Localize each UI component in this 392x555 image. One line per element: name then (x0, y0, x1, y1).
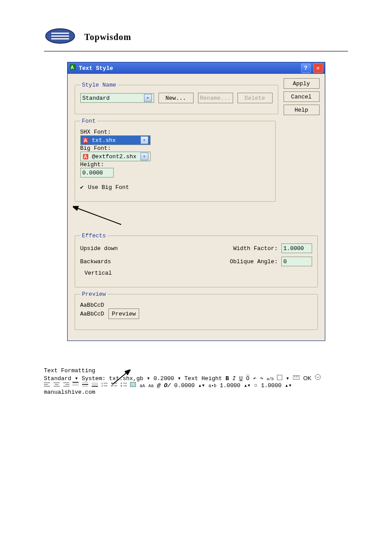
big-font-dropdown[interactable]: 🅰️ @extfont2.shx ▾ (80, 152, 151, 161)
toolbar-font-dropdown[interactable]: System: txt.shx,gb ▾ (82, 375, 154, 382)
big-font-label: Big Font: (80, 145, 111, 152)
vertical-label: Vertical (85, 270, 112, 276)
dialog-app-icon: A (69, 64, 76, 73)
chevron-down-icon: ▾ (147, 375, 150, 382)
italic-icon[interactable]: I (232, 375, 236, 382)
preview-button[interactable]: Preview (108, 308, 139, 319)
ok-button[interactable]: OK (303, 375, 312, 381)
text-formatting-toolbar: Text Formatting Standard ▾ System: txt.s… (44, 367, 348, 389)
width-spinner[interactable]: ▴▾ (285, 382, 292, 389)
toolbar-style-dropdown[interactable]: Standard ▾ (44, 375, 82, 382)
width-factor-label: Width Factor: (233, 245, 277, 252)
chevron-down-icon: ▾ (140, 152, 148, 160)
help-button[interactable]: Help (284, 105, 320, 115)
oblique-spinner[interactable]: ▴▾ (198, 382, 205, 389)
annotation-arrow-icon (73, 205, 126, 227)
toolbar-font-value: System: txt.shx,gb (82, 375, 143, 382)
shx-font-label: SHX Font: (80, 129, 111, 135)
preview-sample-value: AaBbCcD (80, 311, 104, 317)
apply-button[interactable]: Apply (284, 78, 320, 89)
oblique-value-field[interactable]: 0.0000 (174, 382, 195, 389)
close-icon[interactable]: ✕ (313, 63, 323, 73)
overline-icon[interactable]: O̅ (246, 375, 250, 382)
uppercase-icon[interactable]: aA (140, 384, 145, 388)
svg-text:B: B (121, 385, 122, 387)
stack-fraction-icon[interactable]: a/b (266, 377, 273, 381)
text-style-dialog: A Text Style ? ✕ Apply Cancel Help Style… (67, 62, 325, 341)
shx-font-dropdown[interactable]: 🅰️ txt.shx ▾ (80, 135, 151, 145)
brand-name: Topwisdom (84, 32, 131, 42)
width-factor-icon: ○ (254, 382, 258, 389)
rename-style-button: Rename... (198, 93, 233, 103)
preview-display: AaBbCcD (80, 302, 312, 308)
uppercase-list-icon[interactable]: AB (121, 382, 127, 389)
topwisdom-logo-icon (44, 26, 76, 47)
preview-group: Preview AaBbCcD AaBbCcD Preview (75, 291, 318, 330)
justify-bottom-icon[interactable] (92, 382, 98, 389)
bullet-list-icon[interactable] (111, 382, 117, 389)
font-legend: Font (80, 118, 97, 124)
height-value: 0.0000 (83, 170, 103, 176)
oblique-angle-label: Oblique Angle: (230, 258, 277, 265)
style-name-legend: Style Name (80, 82, 118, 88)
header-rule (44, 51, 348, 51)
shx-font-value: txt.shx (92, 137, 116, 144)
align-left-icon[interactable] (44, 382, 50, 389)
insert-field-icon[interactable] (130, 382, 136, 389)
upside-down-label: Upside down (80, 245, 118, 252)
spin-down-icon: ▾ (247, 382, 251, 389)
doc-header: Topwisdom (44, 26, 348, 47)
numbered-list-icon[interactable]: 12 (101, 382, 108, 389)
preview-sample-field[interactable]: AaBbCcD (80, 311, 104, 317)
tracking-spinner[interactable]: ▴▾ (244, 382, 251, 389)
color-dropdown[interactable]: ▾ (277, 375, 292, 382)
redo-icon[interactable]: ↷ (260, 375, 263, 382)
delete-style-button: Delete (237, 93, 273, 103)
style-name-value: Standard (83, 95, 110, 102)
help-icon[interactable]: ? (301, 63, 311, 73)
use-big-font-checkbox[interactable]: ✔ (80, 184, 84, 191)
document-page: Topwisdom A Text Style ? ✕ Apply Cancel … (0, 0, 392, 555)
ruler-icon[interactable] (293, 375, 303, 382)
spin-down-icon: ▾ (201, 382, 205, 389)
dialog-titlebar: A Text Style ? ✕ (68, 62, 325, 74)
dialog-title: Text Style (79, 65, 113, 72)
options-flyout-icon[interactable] (315, 375, 321, 382)
toolbar-width-value-field[interactable]: 1.0000 (261, 382, 281, 389)
font-group: Font SHX Font: 🅰️ txt.shx ▾ Big Font: (75, 118, 276, 202)
watermark-text: manualshive.com (44, 389, 348, 395)
tracking-value-field[interactable]: 1.0000 (220, 382, 241, 389)
toolbar-title: Text Formatting (44, 367, 348, 374)
lowercase-icon[interactable]: Aa (148, 384, 154, 388)
height-field[interactable]: 0.0000 (80, 168, 114, 178)
spin-down-icon: ▾ (288, 382, 292, 389)
align-right-icon[interactable] (63, 382, 69, 389)
new-style-button[interactable]: New... (158, 93, 194, 103)
chevron-down-icon: ▾ (144, 94, 152, 102)
effects-group: Effects Upside down Width Factor: 1.0000 (75, 232, 318, 287)
underline-icon[interactable]: U (239, 375, 243, 382)
oblique-icon: O/ (164, 382, 171, 389)
toolbar-height-value: 0.2000 (154, 375, 174, 382)
width-factor-field[interactable]: 1.0000 (281, 243, 312, 253)
justify-top-icon[interactable] (72, 382, 79, 389)
svg-text:2: 2 (101, 385, 103, 387)
chevron-down-icon: ▾ (140, 136, 148, 144)
svg-point-35 (111, 383, 112, 384)
symbol-at-icon[interactable]: @ (157, 382, 161, 389)
color-swatch-icon (277, 375, 282, 380)
bold-icon[interactable]: B (226, 375, 229, 382)
undo-icon[interactable]: ↶ (253, 375, 256, 382)
toolbar-height-dropdown[interactable]: 0.2000 ▾ (154, 375, 184, 382)
justify-middle-icon[interactable] (82, 382, 88, 389)
cancel-button[interactable]: Cancel (284, 91, 320, 102)
svg-point-36 (111, 385, 112, 387)
spin-up-icon: ▴ (285, 382, 288, 389)
align-center-icon[interactable] (54, 382, 60, 389)
text-height-tooltip: Text Height (184, 375, 222, 382)
backwards-label: Backwards (80, 258, 111, 265)
preview-legend: Preview (80, 291, 108, 297)
oblique-angle-field[interactable]: 0 (281, 257, 312, 266)
svg-rect-43 (130, 382, 136, 387)
style-name-dropdown[interactable]: Standard ▾ (80, 93, 154, 103)
